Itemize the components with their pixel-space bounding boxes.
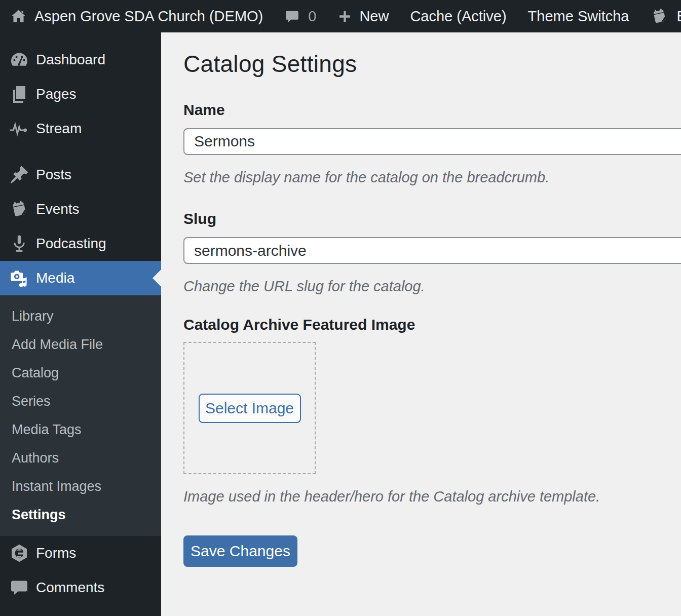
admin-bar: Aspen Grove SDA Church (DEMO) 0 New Cach… bbox=[0, 0, 681, 32]
sidebar-item-label: Comments bbox=[36, 580, 104, 596]
comment-count: 0 bbox=[308, 8, 316, 25]
sidebar-item-label: Podcasting bbox=[36, 236, 106, 252]
slug-input[interactable] bbox=[183, 237, 681, 264]
slug-label: Slug bbox=[183, 210, 681, 228]
sidebar-item-posts[interactable]: Posts bbox=[0, 158, 161, 192]
comment-bubble-icon bbox=[284, 9, 300, 24]
submenu-label: Authors bbox=[12, 450, 59, 466]
events-icon bbox=[9, 199, 29, 219]
podcasting-icon bbox=[9, 234, 29, 254]
featured-image-dropzone: Select Image bbox=[183, 342, 316, 474]
comments-shortcut[interactable]: 0 bbox=[274, 0, 327, 32]
site-name: Aspen Grove SDA Church (DEMO) bbox=[34, 8, 263, 25]
sidebar-item-forms[interactable]: Forms bbox=[0, 536, 161, 570]
sidebar-item-instant-images[interactable]: Instant Images bbox=[0, 472, 161, 500]
sidebar-item-label: Stream bbox=[36, 121, 82, 137]
submenu-label: Series bbox=[12, 394, 51, 409]
theme-switcher-menu[interactable]: Theme Switcha bbox=[517, 0, 640, 32]
sidebar-item-label: Events bbox=[36, 201, 80, 217]
page-title: Catalog Settings bbox=[183, 51, 681, 78]
slug-help: Change the URL slug for the catalog. bbox=[183, 277, 681, 295]
sidebar-item-pages[interactable]: Pages bbox=[0, 77, 161, 111]
sidebar-item-label: Forms bbox=[36, 545, 76, 561]
calendar-icon bbox=[650, 7, 669, 26]
save-changes-button[interactable]: Save Changes bbox=[183, 535, 297, 567]
submenu-label: Add Media File bbox=[12, 337, 103, 352]
featured-image-help: Image used in the header/hero for the Ca… bbox=[183, 487, 681, 506]
plus-icon bbox=[337, 9, 352, 24]
name-field-group: Name Set the display name for the catalo… bbox=[183, 101, 681, 186]
name-input[interactable] bbox=[183, 128, 681, 155]
events-shortcut[interactable]: Events bbox=[639, 0, 681, 32]
name-help: Set the display name for the catalog on … bbox=[183, 168, 681, 186]
posts-icon bbox=[9, 165, 29, 185]
sidebar-item-label: Posts bbox=[36, 167, 71, 183]
featured-image-field-group: Catalog Archive Featured Image Select Im… bbox=[183, 316, 681, 506]
submenu-label: Instant Images bbox=[12, 479, 101, 494]
comments-icon bbox=[9, 578, 29, 598]
cache-menu[interactable]: Cache (Active) bbox=[399, 0, 517, 32]
sidebar-item-add-media-file[interactable]: Add Media File bbox=[0, 330, 161, 359]
cache-label: Cache (Active) bbox=[410, 8, 506, 25]
menu-separator bbox=[0, 146, 161, 158]
dashboard-icon bbox=[9, 50, 29, 70]
sidebar-item-settings[interactable]: Settings bbox=[0, 500, 161, 529]
submenu-label: Library bbox=[12, 309, 54, 324]
sidebar-item-label: Dashboard bbox=[36, 52, 105, 68]
submenu-label: Catalog bbox=[12, 365, 59, 380]
submenu-label: Media Tags bbox=[12, 422, 82, 437]
select-image-button[interactable]: Select Image bbox=[199, 394, 301, 423]
forms-icon bbox=[9, 543, 29, 563]
events-label: Events bbox=[676, 8, 681, 25]
name-label: Name bbox=[183, 101, 681, 119]
pages-icon bbox=[9, 84, 29, 104]
media-icon bbox=[9, 268, 29, 288]
home-icon bbox=[10, 8, 27, 25]
sidebar-item-comments[interactable]: Comments bbox=[0, 570, 161, 605]
theme-switcher-label: Theme Switcha bbox=[528, 8, 629, 25]
featured-image-label: Catalog Archive Featured Image bbox=[183, 316, 681, 334]
sidebar-item-series[interactable]: Series bbox=[0, 387, 161, 415]
main-content: Catalog Settings Name Set the display na… bbox=[161, 32, 681, 616]
sidebar-item-authors[interactable]: Authors bbox=[0, 444, 161, 472]
slug-field-group: Slug Change the URL slug for the catalog… bbox=[183, 210, 681, 295]
sidebar-item-media-tags[interactable]: Media Tags bbox=[0, 415, 161, 444]
sidebar-item-events[interactable]: Events bbox=[0, 192, 161, 226]
sidebar-item-catalog[interactable]: Catalog bbox=[0, 359, 161, 387]
sidebar-item-library[interactable]: Library bbox=[0, 302, 161, 330]
stream-icon bbox=[9, 119, 29, 139]
sidebar-item-label: Media bbox=[36, 270, 74, 286]
media-submenu: Library Add Media File Catalog Series Me… bbox=[0, 295, 161, 536]
sidebar-item-podcasting[interactable]: Podcasting bbox=[0, 226, 161, 261]
site-link[interactable]: Aspen Grove SDA Church (DEMO) bbox=[0, 0, 274, 32]
sidebar-item-dashboard[interactable]: Dashboard bbox=[0, 43, 161, 77]
submenu-label: Settings bbox=[12, 507, 66, 522]
sidebar-item-media[interactable]: Media bbox=[0, 261, 161, 295]
sidebar-item-stream[interactable]: Stream bbox=[0, 111, 161, 146]
new-content-button[interactable]: New bbox=[327, 0, 399, 32]
admin-sidebar: Dashboard Pages Stream Posts Event bbox=[0, 32, 161, 616]
new-label: New bbox=[359, 8, 389, 25]
sidebar-item-label: Pages bbox=[36, 86, 76, 102]
